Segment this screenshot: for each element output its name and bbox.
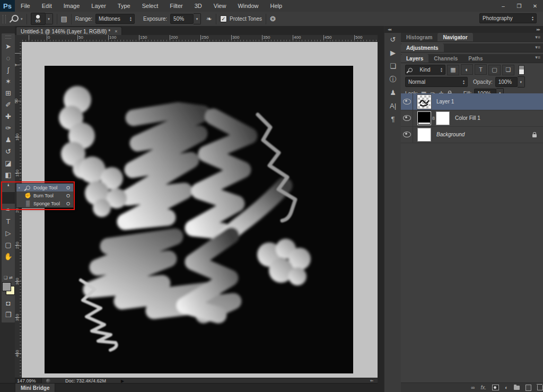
burn-tool-item[interactable]: ▪ ✊ Burn Tool O [16,191,73,199]
panel-menu-icon[interactable]: ▾≡ [535,45,540,50]
exposure-input[interactable]: 50% [170,14,194,24]
color-swatches[interactable] [2,282,15,295]
path-selection-tool[interactable]: ▷ [2,227,15,239]
filter-pixel-layers-icon[interactable]: ▦ [447,65,459,75]
filter-adjustment-layers-icon[interactable]: ◐ [461,64,473,75]
marquee-tool[interactable]: ◌ [2,52,15,64]
menu-item[interactable]: Type [112,0,136,12]
filter-shape-layers-icon[interactable]: ▢ [488,65,501,75]
menu-item[interactable]: Image [58,0,86,12]
visibility-cell[interactable] [401,110,413,126]
filter-type-layers-icon[interactable]: T [475,64,487,75]
dodge-tool-item[interactable]: ▪ Dodge Tool O [16,184,73,191]
menu-item[interactable]: 3D [189,0,208,12]
airbrush-toggle-icon[interactable]: ❧ [206,15,212,23]
lasso-tool[interactable]: ʃ [2,64,15,75]
menu-item[interactable]: Edit [36,0,58,12]
actions-panel-icon[interactable]: ▶ [384,46,401,59]
horizontal-ruler[interactable]: 050100150200250300350400450500 [21,35,378,42]
menu-item[interactable]: Select [136,0,164,12]
close-button[interactable]: ✕ [527,0,543,12]
brush-size-picker[interactable]: 65 [31,13,46,25]
layer-mask-thumbnail[interactable] [436,111,450,125]
toolbar-grip[interactable] [5,36,11,39]
opacity-arrow[interactable]: ▾ [518,76,525,88]
move-tool[interactable]: ➤ [2,40,15,52]
history-brush-tool[interactable]: ↺ [2,145,15,157]
crop-tool[interactable]: ⊞ [2,87,15,99]
toggle-brush-panel-icon[interactable]: ▤ [61,15,67,23]
panel-tab[interactable]: Channels [428,54,463,63]
panel-menu-icon[interactable]: ▾≡ [535,34,540,40]
panel-tab[interactable]: Paths [463,54,488,63]
new-adjustment-layer-icon[interactable]: ◐ [505,385,508,390]
dodge-tool-preset-icon[interactable] [12,15,19,22]
delete-layer-icon[interactable] [537,385,543,390]
visibility-cell[interactable] [401,93,413,110]
link-layers-icon[interactable]: ∞ [471,385,475,390]
brush-tool[interactable]: ✑ [2,122,15,134]
mask-link-icon[interactable]: 8 [432,116,435,121]
workspace-switcher[interactable]: Photography ▴▾ [479,13,537,23]
tablet-pressure-icon[interactable]: ❂ [270,15,276,23]
layer-name[interactable]: Background [436,132,465,137]
panel-tab[interactable]: Adjustments [401,43,444,52]
exposure-arrow[interactable]: ▾ [194,13,201,24]
add-layer-mask-icon[interactable] [492,385,499,390]
expand-dock-arrows[interactable]: ▸▸ [401,26,543,33]
panel-menu-icon[interactable]: ▾≡ [535,55,540,60]
clone-stamp-tool[interactable]: ♟ [2,134,15,145]
foreground-color-swatch[interactable] [2,282,11,291]
paragraph-panel-icon[interactable]: ¶ [384,112,401,126]
zoom-tool[interactable] [2,262,15,274]
status-mini-icon[interactable]: ▾▪ [370,379,373,383]
new-group-icon[interactable] [514,386,520,390]
menu-item[interactable]: View [208,0,232,12]
restore-button[interactable]: ❐ [511,0,527,12]
color-utility-icons[interactable]: ❏⇄ [2,275,15,280]
fill-layer-thumbnail[interactable] [417,111,431,125]
gradient-tool[interactable]: ◧ [2,169,15,180]
history-panel-icon[interactable]: ↺ [384,33,401,46]
healing-brush-tool[interactable]: ✚ [2,110,15,122]
blend-mode-select[interactable]: Normal ▴▾ [405,77,468,87]
blur-tool[interactable]: ❛ [2,180,15,192]
panel-tab[interactable]: Histogram [401,33,437,41]
filter-smart-objects-icon[interactable]: ❏ [502,65,514,75]
layer1-thumbnail[interactable] [417,95,431,109]
screen-mode-button[interactable]: ❐ [2,309,15,320]
minimize-button[interactable]: – [495,0,511,12]
menu-item[interactable]: Filter [164,0,188,12]
eyedropper-tool[interactable]: ✐ [2,99,15,110]
tool-preset-arrow-icon[interactable]: ▾ [21,17,23,21]
layer-row-layer1[interactable]: Layer 1 [401,93,543,110]
type-tool[interactable]: T [2,215,15,227]
layer-filtering-toggle[interactable] [519,65,524,75]
info-panel-icon[interactable]: ⓘ [384,73,401,86]
protect-tones-checkbox[interactable]: ✓ [220,15,227,22]
layer-row-colorfill[interactable]: 8 Color Fill 1 [401,110,543,127]
collapse-dock-arrows[interactable]: ◂◂ [384,26,401,33]
canvas[interactable] [45,66,353,373]
layer-row-background[interactable]: Background [401,126,543,143]
new-layer-icon[interactable] [526,385,531,391]
mini-bridge-tab[interactable]: Mini Bridge [15,384,55,392]
background-thumbnail[interactable] [417,128,431,142]
shape-tool[interactable]: ▢ [2,239,15,250]
visibility-cell[interactable] [401,126,413,143]
menu-item[interactable]: Layer [85,0,112,12]
brush-picker-arrow[interactable]: ▾ [46,13,53,24]
layer-name[interactable]: Color Fill 1 [455,115,480,121]
layer-style-fx-icon[interactable]: fx. [480,385,486,390]
tool-presets-panel-icon[interactable]: ♟ [384,86,401,99]
dodge-tool[interactable] [2,192,15,204]
layer-name[interactable]: Layer 1 [436,99,454,104]
panel-tab[interactable]: Navigator [437,33,472,41]
hand-tool[interactable]: ✋ [2,250,15,262]
filter-kind-select[interactable]: Kind ▴▾ [405,65,445,75]
magic-wand-tool[interactable]: ✶ [2,75,15,87]
character-panel-icon[interactable]: A| [384,99,401,112]
quick-mask-button[interactable]: ◘ [2,297,15,309]
menu-item[interactable]: File [15,0,36,12]
pen-tool[interactable]: ✒ [2,204,15,215]
